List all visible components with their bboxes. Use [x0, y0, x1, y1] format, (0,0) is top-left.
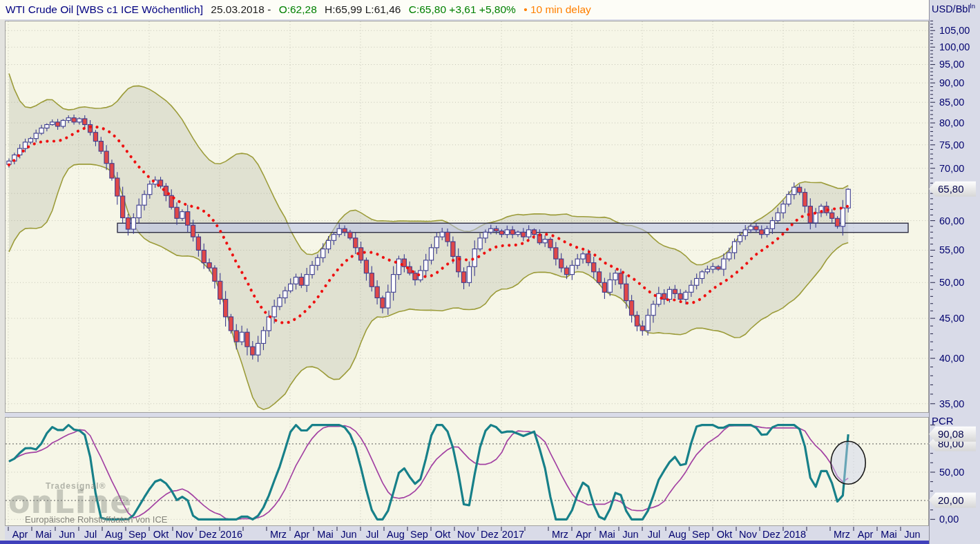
time-axis-label: Sep: [692, 529, 710, 540]
quote-high-low: H:65,99 L:61,46: [325, 3, 401, 15]
time-axis-label: Mai: [317, 529, 333, 540]
time-axis-label: Apr: [858, 529, 874, 540]
price-axis-label: 40,00: [939, 353, 964, 365]
time-axis-label: Mrz: [834, 529, 850, 540]
price-axis-label: 50,00: [939, 277, 964, 289]
time-axis-label: Jun: [622, 529, 638, 540]
time-axis-label: Jul: [84, 529, 97, 540]
bottom-scroll-strip[interactable]: [0, 541, 929, 544]
price-axis-label: 75,00: [939, 139, 964, 151]
time-axis-label: Jul: [366, 529, 379, 540]
price-axis-label: 45,00: [939, 313, 964, 324]
time-axis-label: Okt: [435, 529, 451, 540]
price-axis-label: 55,00: [939, 244, 964, 256]
quote-open: O:62,28: [279, 3, 317, 15]
quote-date: 25.03.2018 -: [211, 3, 271, 15]
last-price-badge: 65,80: [929, 181, 976, 197]
price-axis-label: 100,00: [939, 41, 970, 53]
time-axis-label: Aug: [669, 529, 686, 540]
time-axis-label: Dez: [481, 529, 499, 540]
time-axis-label: Jul: [648, 529, 661, 540]
tradesignal-brand-text: Tradesignal®: [46, 481, 106, 491]
time-axis-label: Jun: [340, 529, 356, 540]
time-axis-label: Aug: [105, 529, 123, 540]
time-axis-label: Nov: [739, 529, 757, 540]
price-axis-label: 85,00: [939, 97, 964, 108]
time-axis-label: Mai: [35, 529, 51, 540]
price-axis-label: 95,00: [939, 59, 964, 70]
time-axis-label: Mrz: [270, 529, 287, 540]
chart-window: WTI Crude Oil [WBS c1 ICE Wöchentlich] 2…: [0, 0, 980, 544]
title-bar: WTI Crude Oil [WBS c1 ICE Wöchentlich] 2…: [6, 3, 924, 17]
time-axis-label: Nov: [175, 529, 193, 540]
delay-indicator: • 10 min delay: [523, 3, 591, 15]
price-axis-label: 35,00: [939, 398, 964, 410]
price-axis-label: 60,00: [939, 215, 964, 227]
time-axis-label: Dez: [762, 529, 780, 540]
log-scale-flag: ln: [970, 2, 975, 10]
data-source-caption: Europäische Rohstoffdaten von ICE: [25, 514, 167, 525]
time-axis-label: Jun: [59, 529, 75, 540]
pcr-axis-label: 50,00: [939, 467, 964, 478]
time-axis-label: Apr: [576, 529, 592, 540]
time-axis-label: Sep: [410, 529, 428, 540]
price-axis-label: 80,00: [939, 117, 964, 129]
time-axis-label: Mai: [599, 529, 615, 540]
time-axis-label: 2016: [220, 529, 242, 540]
time-axis-label: Aug: [387, 529, 405, 540]
price-axis-unit: USD/Bblln: [932, 2, 975, 14]
time-axis-label: Okt: [717, 529, 733, 540]
time-axis-label: Mai: [881, 529, 896, 540]
time-axis-label: Sep: [128, 529, 146, 540]
price-axis-label: 70,00: [939, 163, 964, 175]
quote-close-change: C:65,80 +3,61 +5,80%: [409, 3, 516, 15]
time-axis-label: Apr: [12, 529, 28, 540]
time-axis-label: 2017: [502, 529, 524, 540]
price-axis-label: 105,00: [939, 25, 970, 37]
time-axis-label: Apr: [294, 529, 310, 540]
time-axis-label: Jun: [904, 529, 920, 540]
pcr-axis-label: 0,00: [939, 514, 959, 525]
pcr-panel-label: PCR: [932, 415, 954, 427]
price-axis-label: 90,00: [939, 77, 964, 89]
instrument-title: WTI Crude Oil [WBS c1 ICE Wöchentlich]: [6, 3, 203, 15]
pcr-lower-threshold-badge: 20,00: [929, 492, 976, 508]
time-axis-label: Nov: [457, 529, 475, 540]
time-axis-label: Mrz: [552, 529, 568, 540]
price-chart-canvas[interactable]: [0, 0, 980, 544]
pcr-value-badge: 90,08: [929, 426, 976, 442]
time-axis-label: Okt: [153, 529, 169, 540]
time-axis-label: Dez: [199, 529, 217, 540]
time-axis-label: 2018: [784, 529, 806, 540]
